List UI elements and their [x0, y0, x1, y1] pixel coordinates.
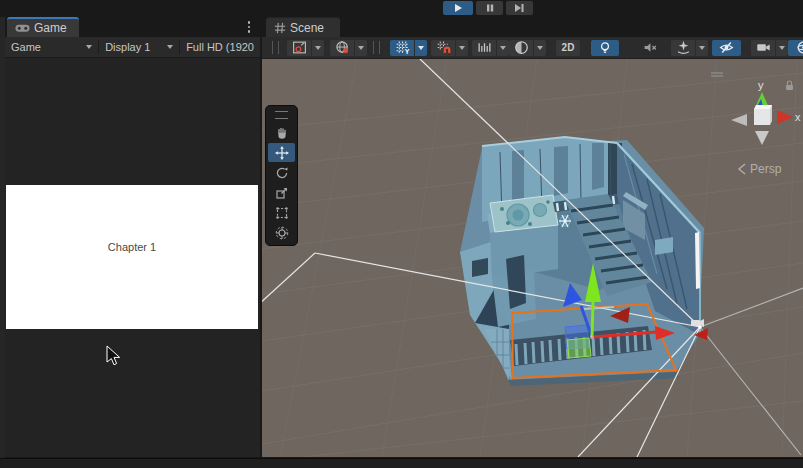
playback-controls [443, 1, 533, 15]
tab-game-label: Game [34, 21, 67, 35]
chevron-down-icon [418, 46, 424, 50]
snap-increment-button[interactable] [472, 40, 509, 56]
move-tool-button[interactable] [268, 143, 295, 162]
game-mode-dropdown[interactable]: Game [5, 37, 98, 57]
chevron-down-icon [358, 46, 364, 50]
move-icon [275, 146, 289, 160]
game-viewport[interactable]: Chapter 1 [5, 58, 260, 457]
light-bulb-icon [598, 41, 612, 55]
resolution-dropdown[interactable]: Full HD (1920 [180, 37, 260, 57]
game-view-toolbar: Game Display 1 Full HD (1920 [5, 37, 260, 58]
mouse-cursor [106, 345, 122, 367]
game-render-frame: Chapter 1 [6, 185, 258, 329]
scene-render: y x Persp [262, 59, 803, 457]
eye-slash-icon [719, 40, 734, 55]
rotate-icon [275, 166, 289, 180]
audio-mute-button[interactable] [638, 40, 662, 56]
step-forward-icon [514, 3, 525, 13]
gamepad-icon [15, 23, 30, 33]
tab-game[interactable]: Game [7, 17, 79, 37]
gizmo-center-cube[interactable] [754, 109, 770, 125]
gizmos-globe-button[interactable] [330, 40, 367, 56]
chevron-down-icon [315, 46, 321, 50]
chevron-down-icon [459, 46, 465, 50]
globe-icon [335, 40, 350, 55]
shaded-sphere-icon [514, 40, 529, 55]
gizmo-plane-xz[interactable] [567, 338, 591, 358]
pause-icon [485, 3, 495, 13]
axis-x-label: x [795, 111, 801, 123]
effects-button[interactable] [671, 40, 708, 56]
camera-settings-button[interactable] [751, 40, 788, 56]
game-panel-menu-button[interactable] [248, 21, 251, 33]
2d-label: 2D [559, 42, 578, 53]
grid-y-icon: Y [395, 40, 410, 55]
tab-scene-label: Scene [290, 21, 324, 35]
scene-tab-bar: Scene [262, 17, 803, 37]
chapter-title-text: Chapter 1 [6, 241, 258, 253]
view-tool-icon [292, 40, 307, 55]
grid-snapping-button[interactable] [431, 40, 468, 56]
orbit-view-button[interactable] [788, 40, 803, 56]
grid-hash-icon [274, 22, 286, 34]
scene-visibility-button[interactable] [712, 40, 741, 56]
projection-label: Persp [750, 162, 782, 176]
svg-text:Y: Y [404, 48, 409, 55]
transform-icon [275, 226, 289, 240]
chevron-down-icon [537, 46, 543, 50]
display-label: Display 1 [105, 41, 150, 53]
tab-scene[interactable]: Scene [266, 17, 340, 37]
main-toolbar [0, 0, 803, 17]
scene-panel: Scene [262, 17, 803, 457]
2d-toggle-button[interactable]: 2D [556, 40, 580, 56]
unity-editor-window: Game Game Display 1 Full HD (1920 Chapte… [0, 0, 803, 468]
chevron-down-icon [86, 45, 92, 49]
play-icon [453, 3, 463, 13]
effects-sparkle-icon [676, 40, 691, 55]
scene-viewport[interactable]: y x Persp [262, 59, 803, 457]
scale-icon [275, 186, 289, 200]
transform-tool-button[interactable] [268, 223, 295, 242]
shading-mode-button[interactable] [509, 40, 546, 56]
game-tab-bar: Game [5, 17, 260, 37]
chevron-down-icon [779, 46, 785, 50]
display-dropdown[interactable]: Display 1 [99, 37, 179, 57]
rect-tool-button[interactable] [268, 203, 295, 222]
orbit-sphere-icon [796, 40, 803, 55]
axis-y-label: y [758, 79, 764, 91]
camera-icon [756, 40, 771, 55]
ruler-ticks-icon [477, 40, 492, 55]
status-bar [0, 458, 803, 468]
drag-handle-icon[interactable] [272, 41, 279, 54]
scene-toolbar-right: 2D [509, 40, 803, 56]
step-button[interactable] [506, 1, 533, 15]
tools-overlay [265, 105, 298, 246]
rotate-tool-button[interactable] [268, 163, 295, 182]
hand-icon [275, 126, 289, 140]
chevron-down-icon [167, 45, 173, 49]
drag-handle-icon[interactable] [275, 111, 288, 119]
view-hand-tool-button[interactable] [268, 123, 295, 142]
game-panel: Game Game Display 1 Full HD (1920 Chapte… [5, 17, 260, 457]
chevron-down-icon [500, 46, 506, 50]
chevron-down-icon [699, 46, 705, 50]
grid-visibility-button[interactable]: Y [390, 40, 427, 56]
scale-tool-button[interactable] [268, 183, 295, 202]
rect-tool-icon [275, 206, 289, 220]
scene-toolbar-left: Y [268, 40, 509, 56]
view-tool-button[interactable] [287, 40, 324, 56]
game-mode-label: Game [11, 41, 41, 53]
speaker-muted-icon [643, 40, 658, 55]
pause-button[interactable] [476, 1, 503, 15]
play-button[interactable] [443, 1, 473, 15]
scene-lighting-button[interactable] [591, 40, 619, 56]
scene-view-toolbar: Y [262, 37, 803, 59]
drag-handle-icon[interactable] [373, 41, 380, 54]
grid-magnet-icon [436, 40, 451, 55]
resolution-label: Full HD (1920 [186, 41, 254, 53]
gizmo-y-axis[interactable] [592, 302, 593, 337]
